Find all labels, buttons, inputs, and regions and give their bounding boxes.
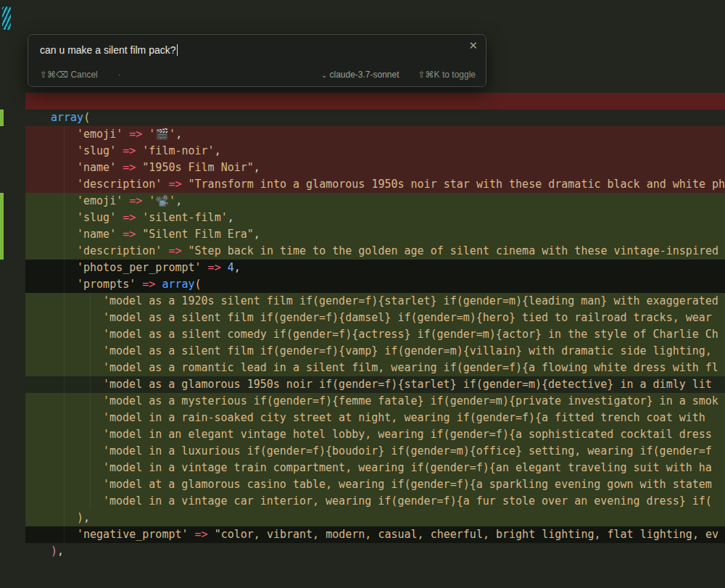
- code-token: 'name': [77, 161, 116, 174]
- chevron-down-icon: ⌄: [321, 71, 327, 79]
- code-token: 'film-noir': [142, 144, 214, 157]
- code-line: 'photos_per_prompt' => 4,: [25, 260, 725, 276]
- code-token: =>: [162, 178, 188, 191]
- code-token: ,: [254, 228, 260, 241]
- code-token: (: [195, 278, 202, 291]
- code-token: =>: [136, 278, 162, 291]
- code-token: ,: [83, 511, 90, 524]
- code-token: 'emoji': [77, 128, 123, 141]
- code-token: =>: [116, 228, 142, 241]
- code-token: "Transform into a glamorous 1950s noir s…: [188, 178, 725, 191]
- cancel-label: Cancel: [70, 70, 97, 80]
- model-name: claude-3.7-sonnet: [329, 70, 399, 80]
- code-line: array(: [25, 109, 725, 126]
- code-token: ): [51, 544, 57, 558]
- code-line: 'model in a luxurious if(gender=f){boudo…: [25, 443, 725, 460]
- indent-guide: [90, 293, 91, 510]
- code-token: (: [83, 111, 90, 124]
- code-token: '📽️': [149, 194, 175, 207]
- code-token: =>: [116, 161, 142, 174]
- code-token: 'model as a glamorous 1950s noir if(gend…: [103, 378, 718, 391]
- code-line: 'emoji' => '📽️',: [25, 193, 725, 210]
- code-line: 'emoji' => '🎬',: [25, 126, 725, 143]
- code-line: 'model as a silent comedy if(gender=f){a…: [25, 326, 725, 343]
- code-line: 'description' => "Step back in time to t…: [25, 243, 725, 260]
- code-token: "Step back in time to the golden age of …: [188, 244, 719, 257]
- code-token: 'model as a 1920s silent film if(gender=…: [103, 294, 718, 307]
- code-token: array: [51, 111, 83, 124]
- code-line: 'model as a 1920s silent film if(gender=…: [25, 293, 725, 310]
- code-line: 'model as a romantic lead in a silent fi…: [25, 360, 725, 376]
- code-token: ,: [175, 194, 182, 207]
- code-line: [25, 93, 725, 109]
- code-token: ,: [228, 211, 234, 224]
- code-token: 'model as a silent film if(gender=f){dam…: [103, 311, 712, 324]
- code-token: "1950s Film Noir": [142, 161, 254, 174]
- code-line: 'negative_prompt' => "color, vibrant, mo…: [25, 526, 725, 543]
- code-token: 'model in a vintage car interior, wearin…: [103, 494, 712, 508]
- code-line: 'name' => "Silent Film Era",: [25, 226, 725, 243]
- code-token: ,: [57, 544, 64, 558]
- code-line: 'slug' => 'silent-film',: [25, 210, 725, 226]
- prompt-input[interactable]: can u make a silent film pack?: [28, 35, 486, 56]
- close-icon[interactable]: ✕: [467, 38, 479, 52]
- code-token: ,: [254, 161, 260, 174]
- code-token: "color, vibrant, modern, casual, cheerfu…: [215, 528, 718, 541]
- code-token: 'slug': [77, 211, 116, 224]
- app-logo-icon[interactable]: [2, 7, 11, 30]
- code-token: 'negative_prompt': [77, 528, 188, 541]
- code-token: =>: [202, 261, 228, 274]
- code-token: =>: [116, 144, 142, 157]
- code-token: 'model as a silent film if(gender=f){vam…: [103, 344, 718, 357]
- diff-added-gutter-marker: [0, 109, 4, 126]
- code-line: ),: [25, 543, 725, 560]
- cancel-button[interactable]: ⇧⌘⌫ Cancel: [40, 70, 98, 80]
- text-caret: [177, 44, 178, 56]
- code-line: 'description' => "Transform into a glamo…: [25, 176, 725, 193]
- code-line: ),: [25, 510, 725, 526]
- code-token: array: [162, 278, 194, 291]
- code-line: 'model in a vintage train compartment, w…: [25, 460, 725, 476]
- prompt-input-text: can u make a silent film pack?: [40, 44, 176, 56]
- code-token: "Silent Film Era": [142, 228, 254, 241]
- code-token: =>: [123, 128, 149, 141]
- code-token: 'silent-film': [142, 211, 227, 224]
- indent-guide: [64, 126, 65, 543]
- separator-dot: ·: [118, 70, 121, 80]
- code-line: 'model as a silent film if(gender=f){vam…: [25, 343, 725, 360]
- prompt-popup-footer: ⇧⌘⌫ Cancel · ⌄claude-3.7-sonnet ⇧⌘K to t…: [40, 70, 476, 80]
- code-token: 'prompts': [77, 278, 136, 291]
- code-line: 'model as a glamorous 1950s noir if(gend…: [25, 376, 725, 393]
- toggle-hint: ⇧⌘K to toggle: [418, 70, 476, 80]
- code-line: 'model at a glamorous casino table, wear…: [25, 476, 725, 493]
- code-token: 'model in a rain-soaked city street at n…: [103, 411, 712, 424]
- code-token: ): [77, 511, 83, 524]
- code-token: 'description': [77, 244, 162, 257]
- code-token: 'model as a silent comedy if(gender=f){a…: [103, 328, 718, 341]
- code-token: =>: [162, 244, 188, 257]
- code-token: 'slug': [77, 144, 116, 157]
- code-token: 'emoji': [77, 194, 123, 207]
- activity-bar: [0, 0, 25, 588]
- code-token: =>: [188, 528, 215, 541]
- code-token: 'model in a vintage train compartment, w…: [103, 461, 712, 474]
- code-token: 'model as a romantic lead in a silent fi…: [103, 361, 718, 374]
- code-line: 'model in a vintage car interior, wearin…: [25, 493, 725, 510]
- code-token: ,: [215, 144, 221, 157]
- code-token: 'name': [77, 228, 116, 241]
- code-token: 4: [228, 261, 234, 274]
- code-line: 'model in a rain-soaked city street at n…: [25, 410, 725, 426]
- code-token: 'model as a mysterious if(gender=f){femm…: [103, 394, 718, 407]
- code-token: =>: [116, 211, 142, 224]
- code-line: 'model as a mysterious if(gender=f){femm…: [25, 393, 725, 410]
- code-token: 'model in an elegant vintage hotel lobby…: [103, 428, 712, 441]
- inline-ai-prompt-popup: ✕ can u make a silent film pack? ⇧⌘⌫ Can…: [28, 34, 486, 87]
- code-token: 'model in a luxurious if(gender=f){boudo…: [103, 444, 712, 457]
- code-token: 'description': [77, 178, 162, 191]
- model-selector[interactable]: ⌄claude-3.7-sonnet: [321, 70, 399, 80]
- diff-added-gutter-marker: [0, 193, 4, 260]
- code-token: 'photos_per_prompt': [77, 261, 202, 274]
- code-editor[interactable]: array('emoji' => '🎬','slug' => 'film-noi…: [25, 93, 725, 588]
- cancel-shortcut: ⇧⌘⌫: [40, 70, 68, 80]
- code-line: 'model in an elegant vintage hotel lobby…: [25, 426, 725, 443]
